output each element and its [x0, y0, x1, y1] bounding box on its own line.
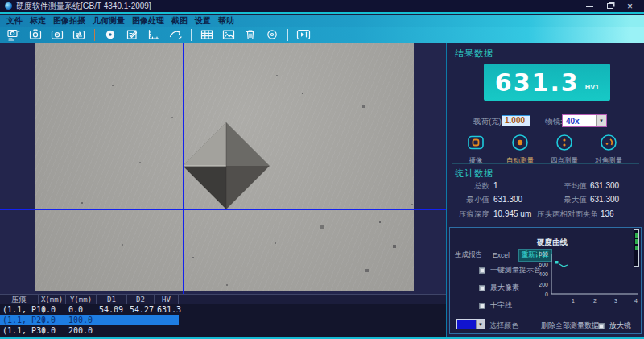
svg-text:4: 4 — [634, 298, 638, 304]
measure-line-vertical-left[interactable] — [183, 43, 184, 294]
cell-x: 0.0 — [39, 325, 66, 336]
section-divider — [452, 163, 639, 164]
image-gallery-icon[interactable] — [221, 28, 237, 42]
crosshair-label: 十字线 — [490, 300, 512, 311]
objective-value: 40x — [563, 115, 596, 126]
col-x[interactable]: X(mm) — [39, 295, 66, 304]
menu-bar: 文件 标定 图像拍摄 几何测量 图像处理 截图 设置 帮助 — [0, 15, 644, 27]
min-value: 631.300 — [493, 195, 522, 204]
svg-text:600: 600 — [539, 262, 548, 267]
table-row[interactable]: (1.1, P1) 0.0 0.0 54.09 54.27 631.3 — [0, 304, 179, 315]
chevron-down-icon[interactable]: ▼ — [596, 115, 606, 126]
min-label: 最小值 — [447, 195, 489, 205]
data-point-callout — [559, 264, 568, 267]
menu-file[interactable]: 文件 — [6, 15, 23, 27]
menu-settings[interactable]: 设置 — [195, 15, 211, 27]
close-icon[interactable]: × — [627, 2, 633, 11]
curve-flip-icon[interactable] — [167, 28, 184, 42]
hardness-unit: HV1 — [585, 83, 600, 91]
auto-measure-button[interactable]: 自动测量 — [502, 134, 538, 166]
max-pixel-option[interactable]: 最大像素 — [479, 283, 519, 293]
menu-image-processing[interactable]: 图像处理 — [132, 15, 164, 27]
results-header: 结果数据 — [455, 48, 493, 60]
cell-y: 100.0 — [66, 315, 97, 325]
menu-screenshot[interactable]: 截图 — [171, 15, 188, 27]
title-bar: 硬度软件测量系统[GB/T 4340.1-2009] × — [0, 0, 644, 14]
window-controls: × — [586, 2, 639, 11]
measure-line-horizontal[interactable] — [0, 209, 446, 210]
vickers-indent — [35, 43, 414, 291]
hardness-value: 631.3 — [495, 68, 580, 97]
magnifier-option[interactable]: 放大镜 — [598, 320, 631, 331]
col-indent[interactable]: 压痕 — [0, 295, 39, 304]
cell-point: (1.1, P1) — [0, 304, 39, 315]
table-row-selected[interactable]: (1.1, P2) 0.0 100.0 — [0, 315, 179, 325]
color-select-label: 选择颜色 — [489, 320, 518, 331]
panel-scrollbar[interactable] — [634, 229, 639, 267]
camera-button[interactable]: 摄像 — [458, 134, 493, 166]
cell-hv — [155, 315, 179, 325]
chevron-down-icon[interactable]: ▼ — [476, 320, 485, 329]
generate-report-button[interactable]: 生成报告 — [453, 249, 484, 262]
checkbox-icon[interactable] — [479, 267, 485, 274]
four-point-measure-label: 四点测量 — [547, 156, 582, 166]
cell-y: 200.0 — [66, 325, 97, 336]
minimize-icon[interactable] — [586, 6, 593, 7]
max-value: 631.300 — [590, 195, 619, 204]
measure-line-vertical-right[interactable] — [270, 43, 270, 294]
menu-geometry-measure[interactable]: 几何测量 — [93, 15, 125, 27]
crosshair-option[interactable]: 十字线 — [479, 300, 512, 311]
line-color-select[interactable]: ▼ — [456, 319, 485, 329]
export-play-icon[interactable] — [295, 28, 312, 42]
svg-text:1: 1 — [572, 298, 575, 304]
camera-setup-icon[interactable] — [6, 28, 22, 42]
checkbox-icon[interactable] — [598, 323, 605, 329]
focus-measure-button[interactable]: 对焦测量 — [591, 134, 626, 166]
delete-trash-icon[interactable] — [242, 28, 258, 42]
excel-button[interactable]: Excel — [491, 250, 511, 261]
col-d2[interactable]: D2 — [127, 295, 155, 304]
menu-calibration[interactable]: 标定 — [30, 15, 46, 27]
average-value: 631.300 — [590, 181, 619, 190]
toolbar — [0, 27, 644, 43]
measurement-table: 压痕 X(mm) Y(mm) D1 D2 HV (1.1, P1) 0.0 0.… — [0, 294, 446, 337]
average-label: 平均值 — [527, 181, 587, 192]
photo-speckles — [35, 43, 36, 44]
menu-image-capture[interactable]: 图像拍摄 — [53, 15, 85, 27]
col-d1[interactable]: D1 — [97, 295, 127, 304]
col-hv[interactable]: HV — [155, 295, 179, 304]
four-point-measure-button[interactable]: 四点测量 — [547, 134, 582, 166]
svg-text:200: 200 — [539, 282, 548, 287]
svg-text:2: 2 — [593, 298, 597, 304]
indenter-angle-label: 压头两相对面夹角 — [524, 209, 598, 220]
camera-capture-icon[interactable] — [27, 28, 43, 42]
restore-icon[interactable] — [607, 3, 613, 9]
save-disc-icon[interactable] — [264, 28, 280, 42]
cell-d2 — [127, 315, 155, 325]
load-label: 载荷(克): — [473, 117, 503, 127]
objective-select[interactable]: 40x ▼ — [562, 114, 607, 127]
data-table-icon[interactable] — [199, 28, 215, 42]
window-title: 硬度软件测量系统[GB/T 4340.1-2009] — [16, 1, 151, 12]
color-swatch-blue — [457, 320, 476, 329]
statistics-header: 统计数据 — [455, 167, 493, 180]
image-canvas[interactable] — [0, 43, 446, 294]
load-input[interactable]: 1.000 — [502, 115, 530, 126]
target-measure-icon[interactable] — [102, 28, 118, 42]
camera-record-icon[interactable] — [49, 28, 65, 42]
table-row[interactable]: (1.1, P3) 0.0 200.0 — [0, 325, 179, 336]
magnifier-label: 放大镜 — [609, 320, 631, 331]
checkbox-icon[interactable] — [479, 303, 485, 309]
col-y[interactable]: Y(mm) — [66, 295, 97, 304]
svg-text:0: 0 — [545, 291, 548, 297]
auto-measure-label: 自动测量 — [502, 156, 538, 166]
cell-y: 0.0 — [66, 304, 97, 315]
menu-help[interactable]: 帮助 — [218, 15, 234, 27]
checkbox-icon[interactable] — [479, 285, 485, 291]
delete-all-data-button[interactable]: 删除全部测量数据 — [541, 320, 599, 331]
objective-label: 物镜: — [545, 117, 563, 127]
max-pixel-label: 最大像素 — [490, 283, 519, 293]
camera-transfer-icon[interactable] — [71, 28, 87, 42]
gauge-edit-icon[interactable] — [124, 28, 140, 42]
ruler-calibrate-icon[interactable] — [146, 28, 162, 42]
